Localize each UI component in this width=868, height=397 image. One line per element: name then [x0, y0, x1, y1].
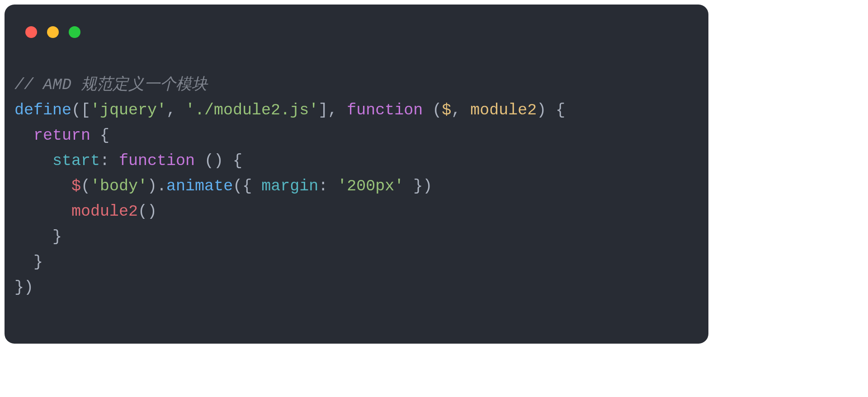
token-call: $: [71, 177, 81, 195]
token-string: './module2.js': [185, 101, 318, 119]
token-string: '200px': [337, 177, 404, 195]
token-punct: ([: [71, 101, 90, 119]
token-punct: :: [100, 152, 119, 170]
zoom-icon[interactable]: [69, 26, 80, 38]
token-param: $: [442, 101, 451, 119]
token-function-kw: function: [347, 101, 423, 119]
token-call: module2: [71, 203, 138, 221]
code-window: // AMD 规范定义一个模块 define(['jquery', './mod…: [5, 5, 708, 344]
token-punct: (: [432, 101, 442, 119]
code-comment: // AMD 规范定义一个模块: [14, 76, 208, 94]
token-punct: [423, 101, 432, 119]
token-punct: ,: [166, 101, 185, 119]
token-punct: }): [14, 279, 33, 297]
token-key: margin: [261, 177, 318, 195]
traffic-lights: [25, 26, 80, 38]
token-punct: ({: [233, 177, 261, 195]
minimize-icon[interactable]: [47, 26, 59, 38]
indent: [14, 228, 52, 246]
token-string: 'jquery': [90, 101, 166, 119]
token-punct: (): [138, 203, 157, 221]
token-punct: }: [33, 253, 43, 271]
token-return: return: [33, 127, 90, 145]
token-key: start: [52, 152, 100, 170]
token-define: define: [14, 101, 71, 119]
token-punct: ,: [451, 101, 470, 119]
token-punct: ).: [147, 177, 166, 195]
token-string: 'body': [90, 177, 147, 195]
token-function-kw: function: [119, 152, 195, 170]
close-icon[interactable]: [25, 26, 37, 38]
indent: [14, 127, 33, 145]
token-method: animate: [166, 177, 233, 195]
indent: [14, 253, 33, 271]
code-block: // AMD 规范定义一个模块 define(['jquery', './mod…: [14, 72, 565, 300]
token-punct: }: [52, 228, 62, 246]
token-param: module2: [470, 101, 537, 119]
indent: [14, 177, 71, 195]
token-punct: () {: [195, 152, 242, 170]
token-punct: (: [81, 177, 90, 195]
token-punct: :: [318, 177, 337, 195]
token-punct: ) {: [537, 101, 565, 119]
indent: [14, 152, 52, 170]
token-punct: ],: [318, 101, 347, 119]
indent: [14, 203, 71, 221]
token-punct: }): [404, 177, 432, 195]
token-punct: {: [90, 127, 109, 145]
